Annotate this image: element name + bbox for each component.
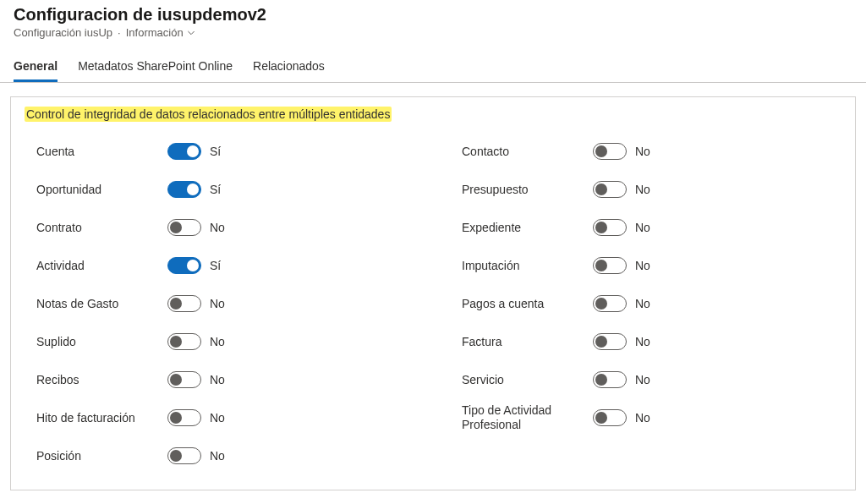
field-notas-de-gasto: Notas de GastoNo xyxy=(25,284,416,322)
toggle-value-text: No xyxy=(210,221,225,234)
toggle-knob xyxy=(595,298,607,310)
toggle-knob xyxy=(170,298,182,310)
toggle-posicion[interactable] xyxy=(167,447,201,464)
toggle-wrap: No xyxy=(593,219,650,236)
toggle-value-text: No xyxy=(635,183,650,196)
field-actividad: ActividadSí xyxy=(25,246,416,284)
toggle-wrap: No xyxy=(167,219,225,236)
field-pagos-a-cuenta: Pagos a cuentaNo xyxy=(450,284,841,322)
field-label: Actividad xyxy=(36,259,167,272)
field-presupuesto: PresupuestoNo xyxy=(450,170,841,208)
toggle-knob xyxy=(170,450,182,462)
breadcrumb: Configuración iusUp · Información xyxy=(14,26,852,39)
toggle-notas-de-gasto[interactable] xyxy=(167,295,201,312)
field-label: Suplido xyxy=(36,335,167,348)
toggle-wrap: No xyxy=(167,333,225,350)
toggle-wrap: No xyxy=(593,181,650,198)
toggle-knob xyxy=(187,260,199,271)
toggle-value-text: No xyxy=(635,411,650,425)
toggle-pagos-a-cuenta[interactable] xyxy=(593,295,627,312)
field-contacto: ContactoNo xyxy=(450,132,841,170)
breadcrumb-dropdown[interactable]: Información xyxy=(126,26,195,39)
toggle-imputacion[interactable] xyxy=(593,257,627,274)
toggle-knob xyxy=(595,260,607,271)
toggle-wrap: No xyxy=(593,257,650,274)
toggle-knob xyxy=(595,374,607,386)
toggle-expediente[interactable] xyxy=(593,219,627,236)
page-title: Configuracion de iusupdemov2 xyxy=(14,5,852,25)
field-tipo-de-actividad-profesional: Tipo de Actividad ProfesionalNo xyxy=(450,398,841,436)
toggle-value-text: Sí xyxy=(210,145,221,158)
toggle-wrap: No xyxy=(167,295,225,312)
section-title: Control de integridad de datos relaciona… xyxy=(25,107,392,122)
chevron-down-icon xyxy=(187,29,195,37)
toggle-servicio[interactable] xyxy=(593,371,627,388)
field-label: Expediente xyxy=(462,221,593,234)
right-column: ContactoNoPresupuestoNoExpedienteNoImput… xyxy=(450,132,841,474)
toggle-wrap: Sí xyxy=(167,181,221,198)
toggle-recibos[interactable] xyxy=(167,371,201,388)
field-label: Notas de Gasto xyxy=(36,297,167,310)
toggle-cuenta[interactable] xyxy=(167,143,201,160)
tab-relacionados[interactable]: Relacionados xyxy=(253,54,325,82)
toggle-wrap: Sí xyxy=(167,257,221,274)
toggle-value-text: No xyxy=(635,335,650,348)
toggle-wrap: Sí xyxy=(167,143,221,160)
toggle-knob xyxy=(170,412,182,424)
toggle-factura[interactable] xyxy=(593,333,627,350)
toggle-knob xyxy=(187,184,199,195)
toggle-tipo-de-actividad-profesional[interactable] xyxy=(593,409,627,426)
field-label: Pagos a cuenta xyxy=(462,297,593,310)
toggle-contrato[interactable] xyxy=(167,219,201,236)
tab-metadatos-sharepoint[interactable]: Metadatos SharePoint Online xyxy=(78,54,233,82)
toggle-actividad[interactable] xyxy=(167,257,201,274)
field-hito-de-facturacion: Hito de facturaciónNo xyxy=(25,398,416,436)
tab-general[interactable]: General xyxy=(14,54,58,82)
toggle-contacto[interactable] xyxy=(593,143,627,160)
toggle-hito-de-facturacion[interactable] xyxy=(167,409,201,426)
field-label: Tipo de Actividad Profesional xyxy=(462,403,593,432)
toggle-value-text: No xyxy=(210,411,225,425)
toggle-wrap: No xyxy=(167,409,225,426)
field-label: Cuenta xyxy=(36,145,167,158)
field-servicio: ServicioNo xyxy=(450,360,841,398)
toggle-value-text: Sí xyxy=(210,183,221,196)
toggle-knob xyxy=(595,145,607,157)
toggle-knob xyxy=(595,222,607,233)
field-oportunidad: OportunidadSí xyxy=(25,170,416,208)
field-label: Posición xyxy=(36,449,167,463)
toggle-value-text: No xyxy=(210,449,225,463)
breadcrumb-root[interactable]: Configuración iusUp xyxy=(14,26,112,39)
toggle-wrap: No xyxy=(593,295,650,312)
toggle-presupuesto[interactable] xyxy=(593,181,627,198)
field-label: Oportunidad xyxy=(36,183,167,196)
toggle-value-text: No xyxy=(210,297,225,310)
field-label: Presupuesto xyxy=(462,183,593,196)
toggle-wrap: No xyxy=(167,371,225,388)
field-suplido: SuplidoNo xyxy=(25,322,416,360)
toggle-value-text: Sí xyxy=(210,259,221,272)
field-cuenta: CuentaSí xyxy=(25,132,416,170)
toggle-knob xyxy=(170,222,182,233)
settings-panel: Control de integridad de datos relaciona… xyxy=(10,96,856,490)
field-recibos: RecibosNo xyxy=(25,360,416,398)
field-label: Hito de facturación xyxy=(36,411,167,425)
toggle-knob xyxy=(595,184,607,195)
toggle-wrap: No xyxy=(593,409,650,426)
toggle-knob xyxy=(595,336,607,348)
toggle-value-text: No xyxy=(635,373,650,386)
toggle-value-text: No xyxy=(635,221,650,234)
breadcrumb-separator: · xyxy=(118,26,121,39)
field-label: Imputación xyxy=(462,259,593,272)
field-expediente: ExpedienteNo xyxy=(450,208,841,246)
toggle-suplido[interactable] xyxy=(167,333,201,350)
toggle-wrap: No xyxy=(593,333,650,350)
toggle-knob xyxy=(170,336,182,348)
toggle-value-text: No xyxy=(210,335,225,348)
toggle-knob xyxy=(595,412,607,424)
breadcrumb-leaf: Información xyxy=(126,26,184,39)
field-imputacion: ImputaciónNo xyxy=(450,246,841,284)
field-factura: FacturaNo xyxy=(450,322,841,360)
field-label: Contacto xyxy=(462,145,593,158)
toggle-oportunidad[interactable] xyxy=(167,181,201,198)
